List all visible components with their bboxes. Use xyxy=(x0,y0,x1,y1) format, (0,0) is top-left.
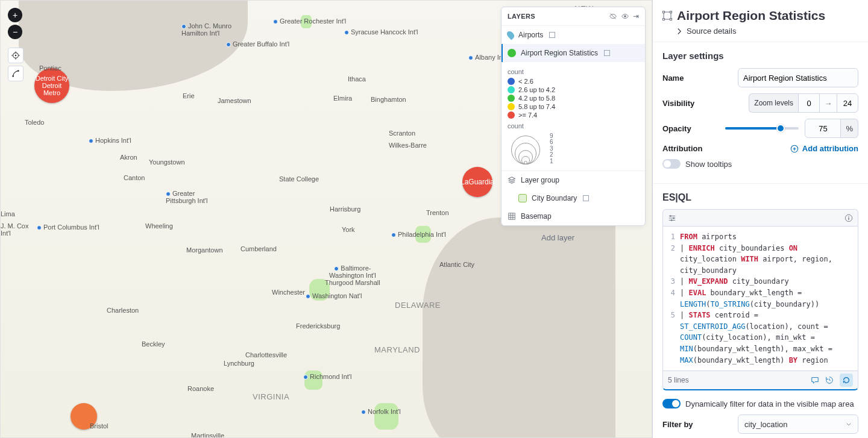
map-place: Trenton xyxy=(426,209,449,216)
collapse-icon[interactable]: ⇥ xyxy=(633,12,639,20)
map-place: Binghamton xyxy=(371,96,406,103)
checkbox-icon[interactable] xyxy=(549,32,555,38)
add-layer-button[interactable]: Add layer xyxy=(541,233,574,242)
map-place: Youngstown xyxy=(149,158,185,166)
layer-region-statistics[interactable]: Airport Region Statistics xyxy=(502,44,645,62)
map-place: Beckley xyxy=(142,340,165,348)
map-place: Lima xyxy=(1,210,15,217)
svg-point-4 xyxy=(624,15,626,17)
map-place: York xyxy=(342,226,355,233)
map-place: Wilkes-Barre xyxy=(389,142,427,149)
run-query-button[interactable] xyxy=(840,374,853,387)
section-heading: Layer settings xyxy=(662,51,858,61)
legend-row: 2.6 up to 4.2 xyxy=(508,86,639,93)
show-all-icon[interactable] xyxy=(621,12,629,20)
svg-point-12 xyxy=(673,217,675,219)
zoom-max-input[interactable] xyxy=(837,93,858,113)
airport-label: Hopkins Int'l xyxy=(95,137,131,144)
zoom-out-button[interactable]: − xyxy=(8,25,22,39)
show-tooltips-label: Show tooltips xyxy=(685,160,732,169)
opacity-label: Opacity xyxy=(662,124,691,133)
polygon-icon xyxy=(518,194,527,202)
filter-by-select[interactable]: city_location xyxy=(738,415,858,434)
airport-label: Norfolk Int'l xyxy=(368,408,401,415)
dynamic-filter-label: Dynamically filter for data in the visib… xyxy=(685,399,854,408)
layer-airports[interactable]: Airports xyxy=(502,26,645,44)
layer-editor-panel: Airport Region Statistics Source details… xyxy=(652,0,868,438)
layer-group-icon xyxy=(508,176,516,184)
attribution-label: Attribution xyxy=(662,144,702,153)
map-place: Wheeling xyxy=(145,222,173,230)
zoom-in-button[interactable]: + xyxy=(8,8,22,22)
layer-label: Airports xyxy=(518,31,543,39)
filter-by-label: Filter by xyxy=(662,420,693,429)
feedback-icon[interactable] xyxy=(811,376,819,384)
airport-label: John C. MunroHamilton Int'l xyxy=(181,22,231,37)
layer-label: City Boundary xyxy=(532,194,577,202)
checkbox-icon[interactable] xyxy=(583,195,589,201)
svg-point-11 xyxy=(670,215,671,217)
show-tooltips-toggle[interactable] xyxy=(662,159,681,169)
esql-editor[interactable]: 1FROM airports2| ENRICH city_boundaries … xyxy=(662,226,858,371)
marker-label: Detroit Metro xyxy=(34,82,69,96)
arrow-right-icon: → xyxy=(820,93,837,113)
opacity-input[interactable] xyxy=(805,119,841,138)
hide-all-icon[interactable] xyxy=(609,12,617,20)
editor-settings-icon[interactable] xyxy=(668,214,676,222)
marker-detroit[interactable]: Detroit City Detroit Metro xyxy=(34,68,69,103)
map-place: Ithaca xyxy=(348,75,366,83)
locate-button[interactable] xyxy=(8,48,24,63)
chevron-down-icon xyxy=(846,421,852,427)
map-place: Bristol xyxy=(90,422,108,430)
measure-button[interactable] xyxy=(8,66,24,81)
panel-title: Airport Region Statistics xyxy=(677,8,825,23)
airport-label: Richmond Int'l xyxy=(310,373,351,380)
info-icon[interactable] xyxy=(844,214,853,222)
map-place: Charleston xyxy=(107,307,139,314)
circle-icon xyxy=(508,49,516,57)
size-legend-value: 2 xyxy=(550,152,553,158)
airport-label: Washington Nat'l xyxy=(312,292,362,299)
map-place: Harrisburg xyxy=(330,205,360,213)
size-legend-value: 6 xyxy=(550,139,553,146)
dynamic-filter-toggle[interactable] xyxy=(662,399,681,408)
map-canvas[interactable]: Detroit City Detroit Metro LaGuardia Joh… xyxy=(0,0,652,438)
opacity-slider[interactable] xyxy=(725,127,799,130)
map-place: Jamestown xyxy=(218,97,251,104)
source-details-label: Source details xyxy=(687,27,736,36)
plus-circle-icon xyxy=(790,145,799,153)
source-details-toggle[interactable]: Source details xyxy=(676,27,858,36)
legend-title: count xyxy=(508,68,639,75)
legend-row: < 2.6 xyxy=(508,78,639,85)
history-icon[interactable] xyxy=(825,376,834,384)
marker-laguardia[interactable]: LaGuardia xyxy=(462,167,492,197)
layer-city-boundary[interactable]: City Boundary xyxy=(502,189,645,207)
zoom-min-input[interactable] xyxy=(798,93,820,113)
svg-rect-8 xyxy=(663,19,665,20)
airport-label: J. M. CoxInt'l xyxy=(1,222,28,237)
size-legend-value: 1 xyxy=(550,158,553,165)
map-place: Canton xyxy=(124,174,145,181)
svg-rect-9 xyxy=(670,19,672,20)
layer-basemap[interactable]: Basemap xyxy=(502,207,645,225)
map-place: Roanoke xyxy=(187,385,214,392)
layer-label: Layer group xyxy=(521,176,559,184)
map-place: Elmira xyxy=(333,95,352,102)
map-place: Charlottesville xyxy=(245,351,287,358)
map-place: State College xyxy=(279,175,319,183)
svg-rect-6 xyxy=(663,11,665,13)
svg-point-3 xyxy=(17,70,19,72)
layer-label: Basemap xyxy=(521,212,552,221)
layer-name-input[interactable] xyxy=(738,68,858,87)
add-attribution-button[interactable]: Add attribution xyxy=(790,144,858,153)
checkbox-icon[interactable] xyxy=(604,50,610,56)
state-label: MARYLAND xyxy=(374,345,420,354)
state-label: DELAWARE xyxy=(395,301,441,310)
legend-row: 4.2 up to 5.8 xyxy=(508,95,639,102)
size-legend xyxy=(508,134,544,164)
map-place: Morgantown xyxy=(186,246,223,254)
state-label: VIRGINIA xyxy=(253,392,289,401)
map-place: Pontiac xyxy=(39,64,61,72)
airport-label: Port Columbus Int'l xyxy=(43,224,99,231)
layer-group-item[interactable]: Layer group xyxy=(502,171,645,189)
